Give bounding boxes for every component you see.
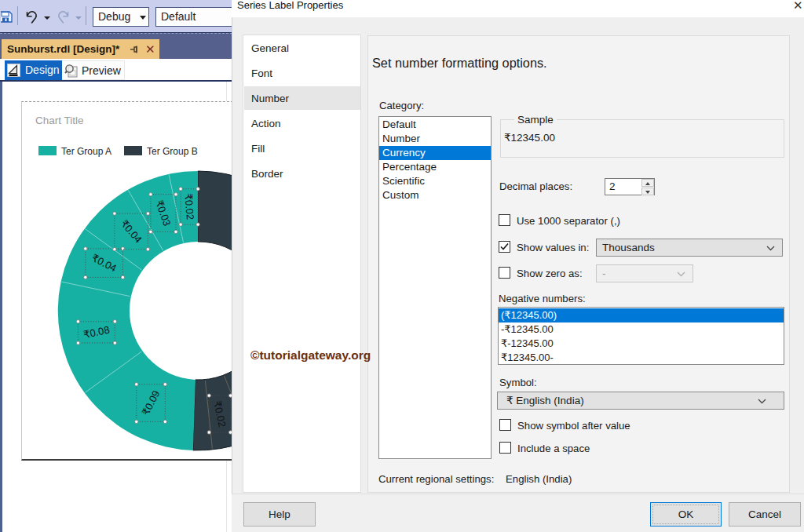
svg-text:₹0.02: ₹0.02 <box>182 193 196 220</box>
